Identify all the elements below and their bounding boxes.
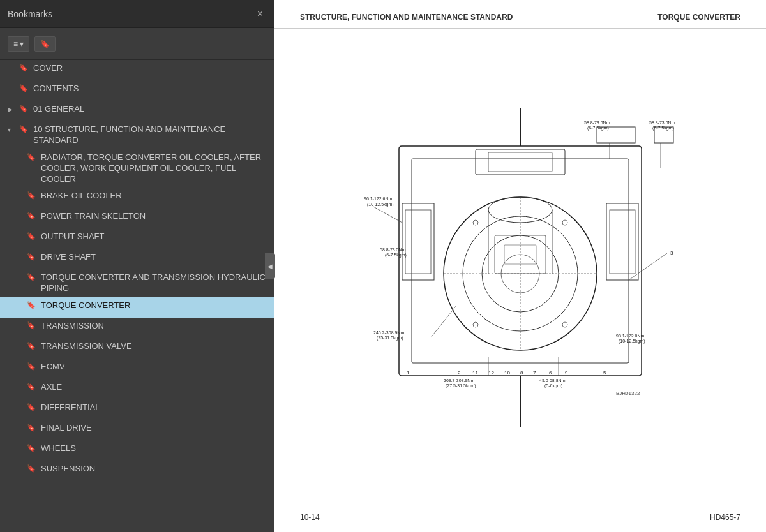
sidebar-title: Bookmarks xyxy=(8,9,52,19)
bookmark-icon: 🔖 xyxy=(27,383,37,391)
svg-rect-8 xyxy=(402,203,434,280)
bookmark-label: DRIVE SHAFT xyxy=(41,252,269,263)
page-header-left: STRUCTURE, FUNCTION AND MAINTENANCE STAN… xyxy=(300,13,513,22)
svg-text:12: 12 xyxy=(488,370,494,376)
svg-text:1: 1 xyxy=(407,370,410,376)
svg-line-61 xyxy=(629,253,667,280)
main-content: STRUCTURE, FUNCTION AND MAINTENANCE STAN… xyxy=(274,0,766,532)
page-footer: 10-14 HD465-7 xyxy=(274,506,766,532)
bookmark-icon: 🔖 xyxy=(19,105,29,113)
bookmark-button[interactable]: 🔖 xyxy=(34,36,56,52)
bookmark-item-cover[interactable]: 🔖COVER xyxy=(0,60,274,80)
bookmark-item-transmission[interactable]: 🔖TRANSMISSION xyxy=(0,318,274,338)
svg-text:2: 2 xyxy=(458,370,461,376)
bookmark-label: SUSPENSION xyxy=(41,464,269,475)
bookmark-label: WHEELS xyxy=(41,443,269,454)
svg-text:(25-31.5kgm): (25-31.5kgm) xyxy=(377,336,403,341)
bookmark-label: TRANSMISSION xyxy=(41,321,269,332)
sidebar-header: Bookmarks × xyxy=(0,0,274,28)
view-options-button[interactable]: ≡ ▾ xyxy=(8,36,29,52)
svg-text:6: 6 xyxy=(549,370,552,376)
bookmark-item-differential[interactable]: 🔖DIFFERENTIAL xyxy=(0,399,274,420)
bookmark-label: DIFFERENTIAL xyxy=(41,403,269,413)
bookmark-item-01-general[interactable]: ▶🔖01 GENERAL xyxy=(0,101,274,121)
bookmark-label: POWER TRAIN SKELETON xyxy=(41,211,269,222)
svg-text:7: 7 xyxy=(533,370,536,376)
svg-text:8: 8 xyxy=(520,370,523,376)
svg-point-56 xyxy=(562,322,567,327)
bookmark-item-output-shaft[interactable]: 🔖OUTPUT SHAFT xyxy=(0,228,274,249)
svg-rect-6 xyxy=(476,149,565,175)
bookmark-icon: 🔖 xyxy=(27,232,37,240)
svg-text:58.8-73.5Nm: 58.8-73.5Nm xyxy=(380,248,406,252)
bookmark-icon: 🔖 xyxy=(27,273,37,281)
bookmark-item-power-train-skeleton[interactable]: 🔖POWER TRAIN SKELETON xyxy=(0,208,274,228)
bookmark-item-final-drive[interactable]: 🔖FINAL DRIVE xyxy=(0,420,274,440)
bookmark-label: ECMV xyxy=(41,362,269,373)
bookmark-item-10-structure[interactable]: ▾🔖10 STRUCTURE, FUNCTION AND MAINTENANCE… xyxy=(0,121,274,149)
document-code: HD465-7 xyxy=(710,513,740,522)
bookmark-list[interactable]: 🔖COVER🔖CONTENTS▶🔖01 GENERAL▾🔖10 STRUCTUR… xyxy=(0,60,274,532)
bookmark-label: 01 GENERAL xyxy=(33,104,269,115)
bookmark-label: OUTPUT SHAFT xyxy=(41,232,269,242)
svg-text:(27.5-31.5kgm): (27.5-31.5kgm) xyxy=(446,383,476,388)
bookmark-item-brake-oil-cooler[interactable]: 🔖BRAKE OIL COOLER xyxy=(0,188,274,208)
svg-text:BJH01322: BJH01322 xyxy=(616,390,640,396)
bookmark-item-transmission-valve[interactable]: 🔖TRANSMISSION VALVE xyxy=(0,338,274,358)
svg-rect-10 xyxy=(606,203,638,280)
svg-rect-11 xyxy=(610,210,635,274)
svg-text:98.1-122.0Nm: 98.1-122.0Nm xyxy=(616,334,645,338)
bookmark-label: RADIATOR, TORQUE CONVERTER OIL COOLER, A… xyxy=(41,152,269,185)
bookmark-item-torque-converter[interactable]: 🔖TORQUE CONVERTER xyxy=(0,297,274,318)
bookmark-icon: 🔖 xyxy=(27,301,37,309)
bookmark-item-wheels[interactable]: 🔖WHEELS xyxy=(0,440,274,461)
bookmark-item-axle[interactable]: 🔖AXLE xyxy=(0,379,274,399)
bookmark-item-torque-converter-hydraulic[interactable]: 🔖TORQUE CONVERTER AND TRANSMISSION HYDRA… xyxy=(0,269,274,297)
bookmark-icon: 🔖 xyxy=(19,84,29,92)
svg-text:(6-7.5kgm): (6-7.5kgm) xyxy=(587,126,609,131)
bookmark-icon: 🔖 xyxy=(27,424,37,432)
bookmark-item-suspension[interactable]: 🔖SUSPENSION xyxy=(0,461,274,481)
svg-point-54 xyxy=(562,220,567,225)
bookmark-label: COVER xyxy=(33,63,269,74)
page-container: STRUCTURE, FUNCTION AND MAINTENANCE STAN… xyxy=(274,0,766,532)
svg-text:96.1-122.6Nm: 96.1-122.6Nm xyxy=(364,196,393,201)
svg-text:49.0-58.8Nm: 49.0-58.8Nm xyxy=(539,378,566,383)
svg-rect-9 xyxy=(405,210,431,274)
torque-converter-diagram: 96.1-122.6Nm (10-12.5kgm) 58.8-73.5Nm (6… xyxy=(287,35,753,499)
bookmark-icon: 🔖 xyxy=(27,464,37,473)
bookmark-label: FINAL DRIVE xyxy=(41,423,269,434)
chevron-icon[interactable]: ▾ xyxy=(8,126,18,133)
bookmark-icon: 🔖 xyxy=(27,191,37,200)
collapse-panel-button[interactable]: ◀ xyxy=(265,253,275,279)
bookmark-icon: 🔖 xyxy=(27,342,37,350)
bookmark-item-contents[interactable]: 🔖CONTENTS xyxy=(0,80,274,101)
svg-text:245.2-308.9Nm: 245.2-308.9Nm xyxy=(373,330,404,335)
svg-text:(6-7.5kgm): (6-7.5kgm) xyxy=(652,126,674,131)
svg-text:10: 10 xyxy=(504,370,510,376)
page-body: 96.1-122.6Nm (10-12.5kgm) 58.8-73.5Nm (6… xyxy=(274,29,766,506)
bookmark-icon: 🔖 xyxy=(27,444,37,452)
svg-text:(10-12.5kgm): (10-12.5kgm) xyxy=(367,202,394,207)
bookmark-icon: 🔖 xyxy=(27,153,37,161)
close-button[interactable]: × xyxy=(253,7,267,21)
svg-point-55 xyxy=(473,322,478,327)
bookmark-label: TRANSMISSION VALVE xyxy=(41,341,269,352)
page-header: STRUCTURE, FUNCTION AND MAINTENANCE STAN… xyxy=(274,0,766,29)
svg-line-57 xyxy=(431,306,456,337)
svg-point-53 xyxy=(473,220,478,225)
bookmark-icon: 🔖 xyxy=(27,403,37,411)
bookmark-icon: 🔖 xyxy=(27,362,37,371)
svg-text:58.8-73.5Nm: 58.8-73.5Nm xyxy=(584,121,610,125)
svg-rect-7 xyxy=(488,152,552,172)
svg-text:5: 5 xyxy=(603,370,606,376)
bookmark-label: BRAKE OIL COOLER xyxy=(41,191,269,202)
bookmark-item-drive-shaft[interactable]: 🔖DRIVE SHAFT xyxy=(0,249,274,269)
sidebar-toolbar: ≡ ▾ 🔖 xyxy=(0,28,274,60)
bookmark-item-ecmv[interactable]: 🔖ECMV xyxy=(0,358,274,379)
svg-line-21 xyxy=(373,207,402,223)
bookmark-icon: 🔖 xyxy=(27,321,37,330)
svg-text:11: 11 xyxy=(472,370,478,376)
chevron-icon[interactable]: ▶ xyxy=(8,106,18,113)
bookmark-item-radiator[interactable]: 🔖RADIATOR, TORQUE CONVERTER OIL COOLER, … xyxy=(0,149,274,188)
